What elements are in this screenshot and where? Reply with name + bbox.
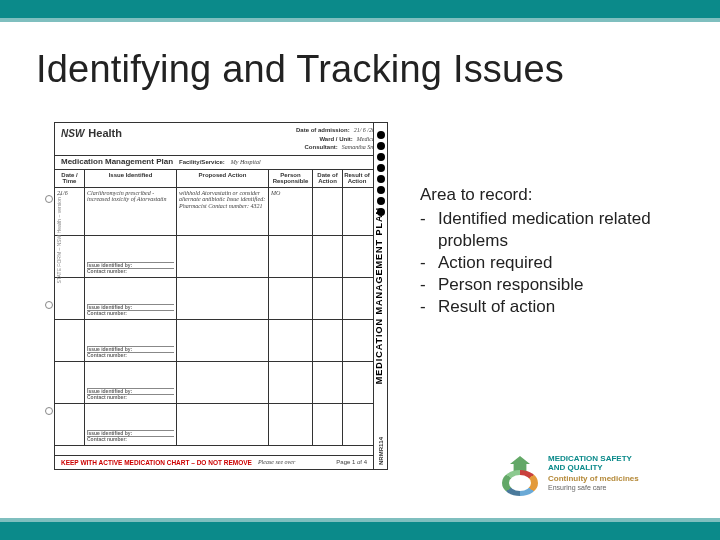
bullet-text: Result of action xyxy=(438,296,555,318)
logo-line-3: Continuity of medicines xyxy=(548,474,639,483)
table-row: Issue identified by: Contact number: xyxy=(55,278,387,320)
footer-handwritten: Please see over xyxy=(258,459,295,466)
punch-hole-icon xyxy=(45,301,53,309)
form-footer: KEEP WITH ACTIVE MEDICATION CHART – DO N… xyxy=(55,455,373,469)
form-header-right: Date of admission: 21/ 6 /2013 Ward / Un… xyxy=(296,127,381,153)
bottom-bar-line xyxy=(0,518,720,522)
doa-row: Date of admission: 21/ 6 /2013 xyxy=(296,127,381,134)
cell-issue: Clarithromycin prescribed - increased to… xyxy=(85,188,177,235)
issue-footer-cell: Issue identified by: Contact number: xyxy=(85,236,177,277)
logo-line-1: MEDICATION SAFETY xyxy=(548,454,639,463)
form-left-code: STATE FORM – NSW Health – version 1 xyxy=(57,193,63,283)
form-header: NSW Health Date of admission: 21/ 6 /201… xyxy=(55,123,387,156)
plan-title: Medication Management Plan xyxy=(61,158,173,167)
logo-line-2: AND QUALITY xyxy=(548,463,639,472)
plan-title-row: Medication Management Plan Facility/Serv… xyxy=(55,156,387,170)
punch-hole-icon xyxy=(45,195,53,203)
consultant-label: Consultant: xyxy=(305,144,338,151)
form-grid-body: 21/6 Clarithromycin prescribed - increas… xyxy=(55,188,387,446)
text-content: Area to record: -Identified medication r… xyxy=(420,184,680,319)
col-dateact-header: Date of Action xyxy=(313,170,343,187)
table-row: 21/6 Clarithromycin prescribed - increas… xyxy=(55,188,387,236)
consultant-row: Consultant: Samantha Smith xyxy=(296,144,381,151)
form-thumbnail: STATE FORM – NSW Health – version 1 NSW … xyxy=(54,122,388,470)
facility-value: My Hospital xyxy=(231,159,261,166)
bullet-text: Person responsible xyxy=(438,274,584,296)
top-bar-line xyxy=(0,18,720,22)
col-person-header: Person Responsible xyxy=(269,170,313,187)
logo-text: MEDICATION SAFETY AND QUALITY Continuity… xyxy=(548,454,639,508)
agency-logo-text: NSW xyxy=(61,128,84,139)
page-title: Identifying and Tracking Issues xyxy=(36,48,564,91)
table-row: Issue identified by: Contact number: xyxy=(55,362,387,404)
slide: Identifying and Tracking Issues STATE FO… xyxy=(0,0,720,540)
top-bar xyxy=(0,0,720,18)
cell-person: MO xyxy=(269,188,313,235)
form-agency: NSW Health xyxy=(61,127,122,139)
form-column-headers: Date / Time Issue Identified Proposed Ac… xyxy=(55,170,387,188)
bullet-text: Identified medication related problems xyxy=(438,208,680,252)
footer-logo: MEDICATION SAFETY AND QUALITY Continuity… xyxy=(502,454,680,508)
side-tab-label: MEDICATION MANAGEMENT PLAN xyxy=(375,207,385,384)
text-heading: Area to record: xyxy=(420,184,680,206)
col-issue-header: Issue Identified xyxy=(85,170,177,187)
col-action-header: Proposed Action xyxy=(177,170,269,187)
facility-label: Facility/Service: xyxy=(179,159,225,166)
table-row: Issue identified by: Contact number: xyxy=(55,236,387,278)
ward-label: Ward / Unit: xyxy=(319,136,352,143)
table-row: Issue identified by: Contact number: xyxy=(55,320,387,362)
list-item: -Person responsible xyxy=(420,274,680,296)
bullet-list: -Identified medication related problems … xyxy=(420,208,680,318)
doa-label: Date of admission: xyxy=(296,127,350,134)
footer-page: Page 1 of 4 xyxy=(336,459,367,466)
logo-line-4: Ensuring safe care xyxy=(548,484,639,492)
cell-result xyxy=(343,188,371,235)
list-item: -Action required xyxy=(420,252,680,274)
tab-dots-icon xyxy=(377,131,385,216)
cell-dateact xyxy=(313,188,343,235)
contact-label: Contact number: xyxy=(87,269,127,275)
agency-sub-text: Health xyxy=(88,127,122,139)
table-row: Issue identified by: Contact number: xyxy=(55,404,387,446)
contact-footer: Contact number: xyxy=(87,268,174,275)
col-date-header: Date / Time xyxy=(55,170,85,187)
punch-hole-icon xyxy=(45,407,53,415)
bottom-bar xyxy=(0,522,720,540)
footer-warning: KEEP WITH ACTIVE MEDICATION CHART – DO N… xyxy=(61,459,252,466)
form-side-tab: MEDICATION MANAGEMENT PLAN NRMR114 xyxy=(373,123,387,469)
bullet-text: Action required xyxy=(438,252,552,274)
list-item: -Result of action xyxy=(420,296,680,318)
list-item: -Identified medication related problems xyxy=(420,208,680,252)
col-result-header: Result of Action xyxy=(343,170,371,187)
side-tab-code: NRMR114 xyxy=(378,437,385,465)
ward-row: Ward / Unit: Medical 1 xyxy=(296,136,381,143)
medication-safety-icon xyxy=(502,454,542,498)
cell-action: withhold Atorvastatin or consider altern… xyxy=(177,188,269,235)
